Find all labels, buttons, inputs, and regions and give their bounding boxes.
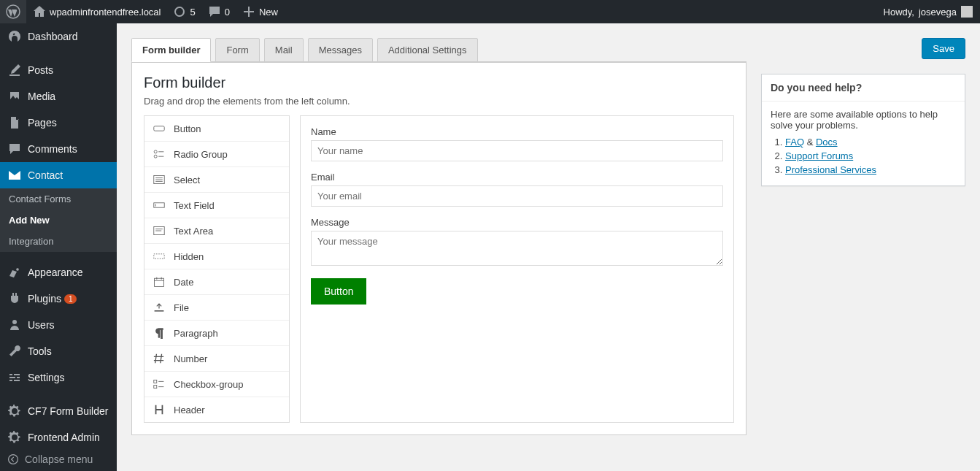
button-icon [152, 123, 166, 134]
sidebar-item-plugins[interactable]: Plugins 1 [0, 286, 117, 312]
sidebar-item-label: Posts [28, 64, 53, 76]
help-title: Do you need help? [762, 74, 965, 102]
sidebar-item-tools[interactable]: Tools [0, 338, 117, 364]
sidebar-item-comments[interactable]: Comments [0, 136, 117, 162]
form-submit-button[interactable]: Button [311, 278, 366, 305]
element-file[interactable]: File [144, 295, 289, 321]
sidebar-item-label: CF7 Form Builder [28, 405, 108, 417]
submenu-add-new[interactable]: Add New [0, 210, 117, 231]
element-checkbox-group[interactable]: Checkbox-group [144, 372, 289, 397]
textfield-icon [152, 199, 166, 211]
element-hidden[interactable]: Hidden [144, 244, 289, 269]
help-intro: Here are some available options to help … [771, 109, 956, 131]
submenu-integration[interactable]: Integration [0, 231, 117, 252]
element-number[interactable]: Number [144, 346, 289, 372]
contact-icon [7, 168, 22, 183]
radio-icon [152, 148, 166, 160]
sidebar-item-label: Appearance [28, 267, 83, 278]
email-label: Email [311, 172, 723, 183]
file-icon [152, 302, 166, 313]
sidebar-item-label: Dashboard [28, 31, 78, 42]
media-icon [7, 89, 22, 104]
sidebar-item-users[interactable]: Users [0, 312, 117, 338]
sidebar-item-label: Contact [28, 169, 63, 181]
submenu-contact-forms[interactable]: Contact Forms [0, 188, 117, 210]
pages-icon [7, 115, 22, 130]
sidebar-item-frontend-admin[interactable]: Frontend Admin [0, 424, 117, 435]
svg-rect-17 [154, 254, 164, 259]
sidebar-item-settings[interactable]: Settings [0, 364, 117, 391]
element-text-area[interactable]: Text Area [144, 218, 289, 244]
link-faq[interactable]: FAQ [785, 137, 804, 148]
svg-rect-25 [154, 386, 157, 388]
tab-additional-settings[interactable]: Additional Settings [377, 38, 478, 62]
element-header[interactable]: Header [144, 397, 289, 422]
tab-messages[interactable]: Messages [308, 38, 373, 62]
update-icon [172, 4, 187, 19]
gear-icon [7, 430, 22, 435]
name-input[interactable] [311, 140, 723, 161]
email-input[interactable] [311, 185, 723, 207]
element-palette: Button Radio Group Select Text Field Tex… [144, 115, 290, 423]
tab-mail[interactable]: Mail [264, 38, 304, 62]
element-date[interactable]: Date [144, 269, 289, 295]
wp-logo[interactable] [0, 0, 26, 23]
comment-icon [207, 4, 222, 19]
sidebar-item-pages[interactable]: Pages [0, 110, 117, 136]
message-input[interactable] [311, 231, 723, 266]
select-icon [152, 174, 166, 185]
form-canvas[interactable]: Name Email Message Button [300, 115, 734, 423]
appearance-icon [7, 265, 22, 280]
panel-description: Drag and drop the elements from the left… [144, 96, 734, 107]
checkbox-icon [152, 378, 166, 390]
account-link[interactable]: Howdy, josevega [884, 6, 973, 18]
comments-count: 0 [225, 7, 230, 18]
sidebar-item-media[interactable]: Media [0, 83, 117, 110]
new-label: New [259, 7, 278, 18]
paragraph-icon [152, 327, 166, 339]
sidebar-item-contact[interactable]: Contact [0, 162, 117, 188]
link-professional[interactable]: Professional Services [785, 164, 876, 175]
comments-link[interactable]: 0 [201, 0, 236, 23]
sidebar-item-appearance[interactable]: Appearance [0, 259, 117, 286]
tab-form-builder[interactable]: Form builder [131, 38, 211, 62]
sidebar-item-label: Users [28, 319, 55, 331]
sidebar-item-posts[interactable]: Posts [0, 57, 117, 83]
home-icon [32, 4, 47, 19]
sidebar-item-label: Frontend Admin [28, 432, 100, 435]
avatar [961, 6, 973, 18]
link-docs[interactable]: Docs [816, 137, 838, 148]
tabs: Form builder Form Mail Messages Addition… [131, 38, 746, 62]
header-icon [152, 404, 166, 416]
sidebar-item-cf7-builder[interactable]: CF7 Form Builder [0, 398, 117, 424]
new-link[interactable]: New [236, 0, 284, 23]
updates-link[interactable]: 5 [166, 0, 201, 23]
plus-icon [242, 4, 256, 19]
element-select[interactable]: Select [144, 167, 289, 193]
site-link[interactable]: wpadminfrontendfree.local [26, 0, 166, 23]
element-radio-group[interactable]: Radio Group [144, 142, 289, 167]
save-button[interactable]: Save [922, 38, 965, 59]
posts-icon [7, 63, 22, 77]
link-support[interactable]: Support Forums [785, 150, 853, 161]
tab-form[interactable]: Form [215, 38, 259, 62]
sidebar-item-label: Pages [28, 117, 57, 129]
updates-count: 5 [190, 7, 195, 18]
username: josevega [919, 7, 957, 18]
textarea-icon [152, 225, 166, 237]
date-icon [152, 276, 166, 288]
element-paragraph[interactable]: Paragraph [144, 321, 289, 346]
comments-icon [7, 142, 22, 156]
contact-submenu: Contact Forms Add New Integration [0, 188, 117, 252]
sidebar-item-label: Comments [28, 143, 77, 155]
sidebar-item-dashboard[interactable]: Dashboard [0, 23, 117, 50]
tools-icon [7, 344, 22, 359]
settings-icon [7, 370, 22, 385]
svg-point-1 [12, 320, 17, 324]
sidebar-item-label: Settings [28, 372, 65, 383]
name-label: Name [311, 126, 723, 137]
sidebar-item-label: Plugins [28, 293, 61, 305]
element-button[interactable]: Button [144, 116, 289, 142]
svg-rect-3 [154, 126, 164, 131]
element-text-field[interactable]: Text Field [144, 193, 289, 218]
